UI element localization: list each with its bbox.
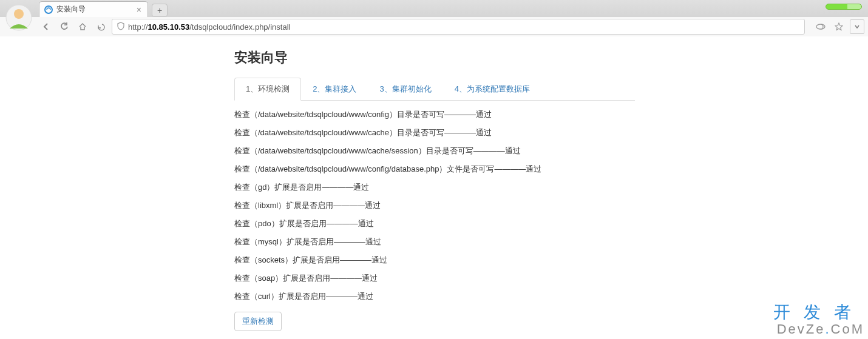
tab-configure-db[interactable]: 4、为系统配置数据库: [443, 78, 541, 101]
url-protocol: http://: [128, 22, 148, 32]
check-item: 检查（pdo）扩展是否启用————通过: [234, 218, 635, 229]
reload-button[interactable]: [57, 19, 72, 34]
back-button[interactable]: [39, 19, 53, 34]
tab-bar: 安装向导 × +: [0, 0, 868, 17]
svg-point-2: [45, 6, 52, 13]
url-path: /tdsqlpcloud/index.php/install: [189, 22, 290, 32]
page-content: 安装向导 1、环境检测 2、集群接入 3、集群初始化 4、为系统配置数据库 检查…: [0, 36, 868, 331]
check-item: 检查（/data/website/tdsqlpcloud/www/cache）目…: [234, 127, 635, 138]
watermark: 开发者 DevZe.CoM: [773, 303, 864, 337]
recheck-button[interactable]: 重新检测: [234, 312, 282, 331]
address-bar[interactable]: http://10.85.10.53/tdsqlpcloud/index.php…: [112, 19, 805, 35]
new-tab-button[interactable]: +: [152, 4, 168, 17]
browser-chrome: 安装向导 × + http://10.85.10.53/tdsqlpcloud/…: [0, 0, 868, 36]
home-button[interactable]: [75, 19, 90, 34]
page-title: 安装向导: [234, 49, 635, 67]
favicon-icon: [44, 5, 53, 14]
wizard-tabs: 1、环境检测 2、集群接入 3、集群初始化 4、为系统配置数据库: [234, 78, 635, 101]
menu-dropdown-button[interactable]: [850, 19, 864, 34]
bookmark-star-icon[interactable]: [832, 19, 846, 34]
tab-cluster-init[interactable]: 3、集群初始化: [368, 78, 442, 101]
url-host: 10.85.10.53: [148, 22, 190, 32]
toolbar: http://10.85.10.53/tdsqlpcloud/index.php…: [0, 17, 868, 36]
check-item: 检查（/data/website/tdsqlpcloud/www/config/…: [234, 164, 635, 175]
tab-cluster-access[interactable]: 2、集群接入: [301, 78, 368, 101]
svg-point-1: [14, 9, 24, 19]
tab-title: 安装向导: [56, 4, 86, 15]
toolbar-right: [813, 19, 864, 34]
compat-view-icon[interactable]: [813, 19, 828, 34]
check-item: 检查（/data/website/tdsqlpcloud/www/config）…: [234, 109, 635, 120]
check-item: 检查（mysql）扩展是否启用————通过: [234, 237, 635, 247]
watermark-line1: 开发者: [773, 303, 864, 322]
check-item: 检查（gd）扩展是否启用————通过: [234, 182, 635, 193]
browser-tab[interactable]: 安装向导 ×: [39, 1, 148, 17]
undo-button[interactable]: [93, 19, 108, 34]
tab-env-check[interactable]: 1、环境检测: [234, 78, 301, 101]
check-item: 检查（curl）扩展是否启用————通过: [234, 291, 635, 302]
check-list: 检查（/data/website/tdsqlpcloud/www/config）…: [234, 109, 635, 302]
check-item: 检查（/data/website/tdsqlpcloud/www/cache/s…: [234, 146, 635, 156]
check-item: 检查（soap）扩展是否启用————通过: [234, 273, 635, 284]
profile-avatar[interactable]: [4, 2, 34, 33]
download-progress-indicator[interactable]: [826, 4, 862, 10]
watermark-line2: DevZe.CoM: [773, 322, 864, 337]
shield-icon: [117, 22, 124, 32]
close-tab-icon[interactable]: ×: [137, 5, 141, 14]
check-item: 检查（sockets）扩展是否启用————通过: [234, 255, 635, 266]
check-item: 检查（libxml）扩展是否启用————通过: [234, 200, 635, 211]
